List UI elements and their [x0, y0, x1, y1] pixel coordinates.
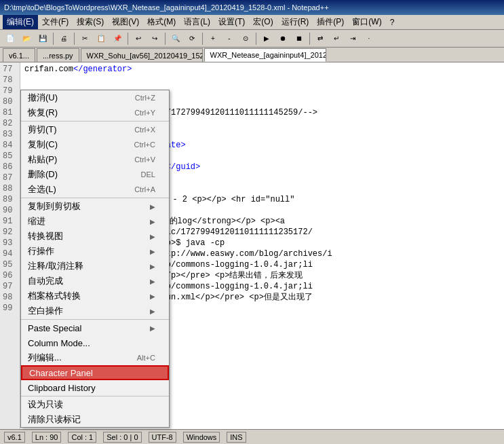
toolbar-open[interactable]: 📂: [19, 31, 34, 46]
ctx-pastespecial-label: Paste Special: [28, 323, 82, 333]
toolbar-sync[interactable]: ⇄: [313, 31, 328, 46]
context-menu: 撤消(U) Ctrl+Z 恢复(R) Ctrl+Y 剪切(T) Ctrl+X 复…: [20, 90, 170, 428]
title-text: D:\tmp\toDe\BlogsToWordpress\WXR_Netease…: [4, 3, 329, 12]
ctx-blankops-label: 空白操作: [28, 305, 63, 317]
toolbar-indent[interactable]: ⇥: [345, 31, 360, 46]
status-version: v6.1: [4, 432, 25, 443]
ctx-paste-label: 粘贴(P): [28, 153, 57, 166]
ctx-clipboardhistory-label: Clipboard History: [28, 383, 96, 393]
toolbar-copy[interactable]: 📋: [94, 31, 109, 46]
toolbar-zoomout[interactable]: -: [222, 31, 237, 46]
toolbar-replace[interactable]: ⟳: [185, 31, 199, 46]
toolbar-zoomreset[interactable]: ⊙: [238, 31, 253, 46]
code-line-78: [24, 75, 500, 86]
ctx-redo[interactable]: 恢复(R) Ctrl+Y: [21, 105, 169, 120]
ctx-lineops[interactable]: 行操作 ▶: [21, 244, 169, 259]
ctx-fileformat-label: 档案格式转换: [28, 290, 81, 302]
menu-macro[interactable]: 宏(O): [249, 15, 277, 29]
menu-search[interactable]: 搜索(S): [73, 15, 108, 29]
ctx-delete[interactable]: 删除(D) DEL: [21, 167, 169, 182]
ctx-readonly-label: 设为只读: [28, 399, 63, 411]
menu-plugins[interactable]: 插件(P): [313, 15, 348, 29]
status-bar: v6.1 Ln : 90 Col : 1 Sel : 0 | 0 UTF-8 W…: [0, 429, 504, 444]
ctx-clearreadonly[interactable]: 清除只读标记: [21, 412, 169, 427]
toolbar-sep7: [309, 33, 310, 45]
ctx-editcolumns-shortcut: Alt+C: [137, 354, 155, 362]
menu-view[interactable]: 视图(V): [108, 15, 143, 29]
menu-run[interactable]: 运行(R): [277, 15, 313, 29]
toolbar-wordwrap[interactable]: ↵: [329, 31, 344, 46]
ctx-paste[interactable]: 粘贴(P) Ctrl+V: [21, 152, 169, 167]
tab-3[interactable]: WXR_Netease_[againinput4]_2012...: [204, 48, 326, 62]
toolbar-sep2: [74, 33, 75, 45]
ctx-redo-shortcut: Ctrl+Y: [134, 109, 155, 117]
toolbar-new[interactable]: 📄: [3, 31, 18, 46]
toolbar-macro2[interactable]: ⏺: [275, 31, 290, 46]
tab-bar: v6.1... ...ress.py WXR_Sohu_[av56]_20120…: [0, 48, 504, 62]
status-sel: Sel : 0 | 0: [103, 432, 141, 443]
toolbar-save[interactable]: 💾: [35, 31, 50, 46]
ctx-undo[interactable]: 撤消(U) Ctrl+Z: [21, 90, 169, 105]
menu-file[interactable]: 文件(F): [38, 15, 73, 29]
menu-window[interactable]: 窗口(W): [348, 15, 385, 29]
status-lineending: Windows: [183, 432, 220, 443]
ctx-undo-shortcut: Ctrl+Z: [135, 94, 155, 102]
ctx-copy-label: 复制(C): [28, 138, 58, 151]
editor-area: 7778798081 8283848586 8788899091 9293949…: [0, 62, 504, 429]
menu-help[interactable]: ?: [386, 16, 399, 29]
ctx-editcolumns[interactable]: 列编辑... Alt+C: [21, 350, 169, 365]
toolbar-whitespace[interactable]: ·: [362, 31, 376, 46]
menu-format[interactable]: 格式(M): [143, 15, 180, 29]
toolbar-paste[interactable]: 📌: [110, 31, 125, 46]
ctx-copytoclipboard-arrow: ▶: [150, 203, 155, 210]
toolbar-macro1[interactable]: ▶: [259, 31, 274, 46]
ctx-cut-label: 剪切(T): [28, 124, 57, 136]
ctx-pastespecial[interactable]: Paste Special ▶: [21, 320, 169, 335]
ctx-clipboardhistory[interactable]: Clipboard History: [21, 380, 169, 395]
menu-edit[interactable]: 编辑(E): [3, 15, 38, 29]
toolbar-sep5: [202, 33, 203, 45]
ctx-columnmode[interactable]: Column Mode...: [21, 335, 169, 350]
ctx-convertview-arrow: ▶: [150, 233, 155, 240]
ctx-autocomplete[interactable]: 自动完成 ▶: [21, 274, 169, 289]
ctx-blankops[interactable]: 空白操作 ▶: [21, 303, 169, 318]
toolbar-find[interactable]: 🔍: [168, 31, 183, 46]
menu-settings[interactable]: 设置(T): [214, 15, 249, 29]
toolbar-cut[interactable]: ✂: [77, 31, 92, 46]
ctx-selectall-shortcut: Ctrl+A: [134, 185, 155, 193]
ctx-cut-shortcut: Ctrl+X: [134, 126, 155, 134]
ctx-readonly[interactable]: 设为只读: [21, 397, 169, 412]
ctx-sep1: [21, 121, 169, 122]
ctx-copytoclipboard[interactable]: 复制到剪切板 ▶: [21, 199, 169, 214]
title-bar: D:\tmp\toDe\BlogsToWordpress\WXR_Netease…: [0, 0, 504, 15]
toolbar-print[interactable]: 🖨: [56, 31, 71, 46]
tab-1[interactable]: ...ress.py: [37, 48, 79, 62]
toolbar-redo[interactable]: ↪: [147, 31, 162, 46]
toolbar-macro3[interactable]: ⏹: [292, 31, 307, 46]
ctx-characterpanel[interactable]: Character Panel: [21, 365, 169, 380]
menu-language[interactable]: 语言(L): [180, 15, 214, 29]
toolbar-zoomin[interactable]: +: [206, 31, 220, 46]
ctx-fileformat-arrow: ▶: [150, 293, 155, 300]
tab-0[interactable]: v6.1...: [3, 48, 35, 62]
ctx-comment[interactable]: 注释/取消注释 ▶: [21, 259, 169, 274]
ctx-columnmode-label: Column Mode...: [28, 338, 90, 348]
status-encoding: UTF-8: [149, 432, 176, 443]
ctx-indent-label: 缩进: [28, 215, 45, 227]
tab-2[interactable]: WXR_Sohu_[av56]_20120419_1522-0.xml: [81, 48, 203, 62]
ctx-selectall[interactable]: 全选(L) Ctrl+A: [21, 182, 169, 197]
ctx-indent[interactable]: 缩进 ▶: [21, 214, 169, 229]
ctx-blankops-arrow: ▶: [150, 308, 155, 315]
ctx-delete-shortcut: DEL: [141, 170, 155, 179]
ctx-fileformat[interactable]: 档案格式转换 ▶: [21, 289, 169, 303]
ctx-editcolumns-label: 列编辑...: [28, 352, 62, 364]
code-line-77: crifan.com</generator>: [24, 64, 500, 75]
ctx-pastespecial-arrow: ▶: [150, 325, 155, 332]
ctx-copy[interactable]: 复制(C) Ctrl+C: [21, 137, 169, 152]
toolbar-sep6: [256, 33, 256, 45]
ctx-convertview[interactable]: 转换视图 ▶: [21, 229, 169, 244]
ctx-cut[interactable]: 剪切(T) Ctrl+X: [21, 122, 169, 137]
toolbar-undo[interactable]: ↩: [131, 31, 146, 46]
ctx-convertview-label: 转换视图: [28, 230, 63, 242]
ctx-lineops-label: 行操作: [28, 245, 54, 257]
